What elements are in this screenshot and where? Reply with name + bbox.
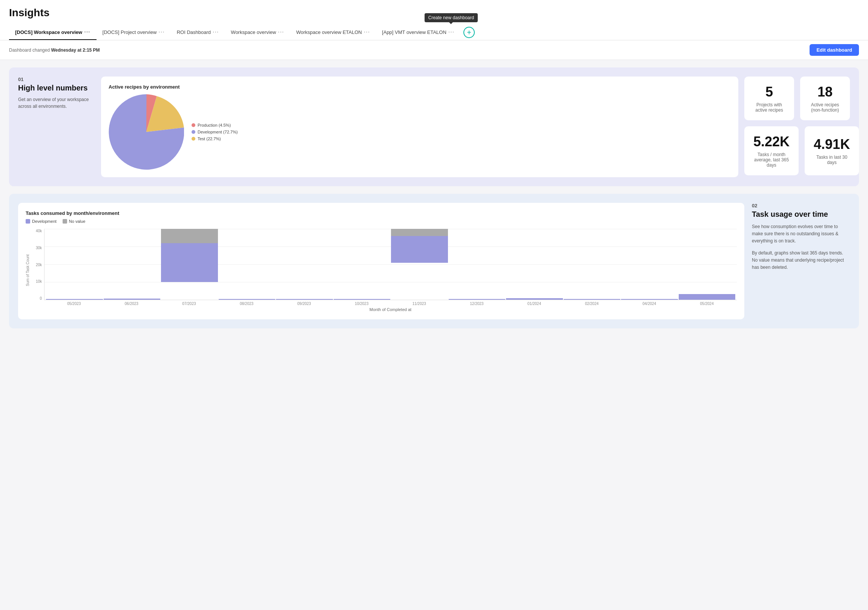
- tab-dots[interactable]: ···: [213, 29, 219, 36]
- bar-legend-color-noval: [63, 219, 67, 224]
- bar-group-09-2023: [276, 229, 333, 300]
- x-labels: 05/2023 06/2023 07/2023 08/2023 09/2023 …: [44, 300, 737, 306]
- section2-info: 02 Task usage over time See how consumpt…: [752, 203, 850, 319]
- y-label-30k: 30k: [31, 246, 44, 250]
- y-label-0: 0: [31, 296, 44, 300]
- bar-dev-05-2024: [679, 294, 736, 300]
- app-title: Insights: [9, 7, 859, 19]
- legend-item-test: Test (22.7%): [192, 136, 237, 141]
- stat-card-active-recipes: 18 Active recipes (non-function): [800, 76, 850, 120]
- tab-workspace[interactable]: Workspace overview ···: [225, 25, 290, 40]
- legend-color-production: [192, 123, 195, 127]
- tab-docs-workspace[interactable]: [DOCS] Workspace overview ···: [9, 25, 96, 40]
- x-label-05-2023: 05/2023: [46, 300, 102, 306]
- y-label-20k: 20k: [31, 263, 44, 267]
- bar-group-10-2023: [334, 229, 391, 300]
- section1-title: High level numbers: [18, 84, 93, 92]
- stat-value-projects: 5: [766, 84, 773, 100]
- bar-group-04-2024: [621, 229, 678, 300]
- stat-card-tasks-30: 4.91K Tasks in last 30 days: [804, 126, 859, 175]
- stats-row-2: 5.22K Tasks / month average, last 365 da…: [744, 126, 850, 175]
- pie-chart-title: Active recipes by environment: [108, 84, 731, 90]
- tab-label: [DOCS] Workspace overview: [15, 29, 82, 35]
- bar-group-01-2024: [506, 229, 563, 300]
- x-label-04-2024: 04/2024: [621, 300, 678, 306]
- tab-dots[interactable]: ···: [84, 29, 90, 36]
- bar-group-12-2023: [449, 229, 506, 300]
- pie-container: Production (4.5%) Development (72.7%) Te…: [108, 94, 731, 170]
- x-label-12-2023: 12/2023: [448, 300, 505, 306]
- pie-chart-svg: [108, 94, 184, 170]
- tab-dots[interactable]: ···: [158, 29, 164, 36]
- y-label-40k: 40k: [31, 229, 44, 233]
- bar-dev-06-2023: [104, 299, 161, 300]
- tab-label: [DOCS] Project overview: [102, 29, 157, 35]
- bar-dev-12-2023: [449, 299, 506, 300]
- x-label-09-2023: 09/2023: [276, 300, 333, 306]
- bar-group-05-2023: [46, 229, 103, 300]
- tab-roi[interactable]: ROI Dashboard ···: [171, 25, 225, 40]
- bar-group-02-2024: [564, 229, 621, 300]
- legend-label-production: Production (4.5%): [198, 123, 231, 127]
- x-label-10-2023: 10/2023: [333, 300, 390, 306]
- tab-dots[interactable]: ···: [364, 29, 370, 36]
- tab-vmt[interactable]: [App] VMT overview ETALON ···: [376, 25, 460, 40]
- tab-dots[interactable]: ···: [448, 29, 454, 36]
- y-axis: 40k 30k 20k 10k 0: [31, 229, 44, 312]
- bar-noval-07-2023: [161, 229, 218, 243]
- top-bar: Insights [DOCS] Workspace overview ··· […: [0, 0, 868, 40]
- x-label-08-2023: 08/2023: [218, 300, 275, 306]
- legend-color-test: [192, 137, 195, 141]
- section2-number: 02: [752, 203, 850, 209]
- tab-docs-project[interactable]: [DOCS] Project overview ···: [96, 25, 171, 40]
- x-label-02-2024: 02/2024: [563, 300, 620, 306]
- bar-legend-label-noval: No value: [69, 219, 85, 224]
- tab-label: [App] VMT overview ETALON: [382, 29, 446, 35]
- y-axis-title: Sum of Task Count: [26, 229, 31, 312]
- section1-info: 01 High level numbers Get an overview of…: [18, 76, 93, 177]
- bar-group-07-2023: [161, 229, 218, 300]
- bar-dev-08-2023: [219, 299, 276, 300]
- tab-label: Workspace overview ETALON: [296, 29, 362, 35]
- section2-card: Tasks consumed by month/environment Deve…: [9, 194, 859, 328]
- stat-label-tasks-30: Tasks in last 30 days: [814, 155, 850, 165]
- bar-dev-05-2023: [46, 299, 103, 300]
- bar-dev-02-2024: [564, 299, 621, 300]
- chart-wrapper: Sum of Task Count 40k 30k 20k 10k 0: [26, 229, 737, 312]
- x-axis-title: Month of Completed at: [44, 307, 737, 312]
- stat-value-tasks-30: 4.91K: [814, 136, 850, 152]
- pie-legend: Production (4.5%) Development (72.7%) Te…: [192, 123, 237, 141]
- section2-desc2: By default, graphs show last 365 days tr…: [752, 249, 850, 271]
- stat-value-active-recipes: 18: [817, 84, 832, 100]
- bar-group-08-2023: [219, 229, 276, 300]
- bar-legend-color-dev: [26, 219, 30, 224]
- bar-legend: Development No value: [26, 219, 737, 224]
- tab-dots[interactable]: ···: [278, 29, 284, 36]
- bar-dev-07-2023: [161, 243, 218, 282]
- bar-legend-noval: No value: [63, 219, 85, 224]
- stat-label-projects: Projects with active recipes: [753, 102, 785, 113]
- section1-card: 01 High level numbers Get an overview of…: [9, 68, 859, 186]
- tabs-row: [DOCS] Workspace overview ··· [DOCS] Pro…: [9, 25, 859, 40]
- x-label-07-2023: 07/2023: [161, 300, 217, 306]
- stats-row-1: 5 Projects with active recipes 18 Active…: [744, 76, 850, 120]
- chart-inner: 05/2023 06/2023 07/2023 08/2023 09/2023 …: [44, 229, 737, 312]
- bar-dev-09-2023: [276, 299, 333, 300]
- bar-dev-01-2024: [506, 298, 563, 300]
- legend-label-test: Test (22.7%): [198, 136, 221, 141]
- legend-item-production: Production (4.5%): [192, 123, 237, 127]
- x-label-06-2023: 06/2023: [103, 300, 160, 306]
- bar-chart-card: Tasks consumed by month/environment Deve…: [18, 203, 744, 319]
- charts-area: Active recipes by environment: [101, 76, 850, 177]
- tab-label: ROI Dashboard: [177, 29, 211, 35]
- tab-label: Workspace overview: [231, 29, 276, 35]
- chart-plot: [44, 229, 737, 300]
- x-label-11-2023: 11/2023: [391, 300, 448, 306]
- add-tab-button[interactable]: + Create new dashboard: [463, 27, 475, 38]
- section1-desc: Get an overview of your workspace across…: [18, 96, 93, 110]
- dashboard-changed-text: Dashboard changed Wednesday at 2:15 PM: [9, 48, 100, 53]
- tab-workspace-etalon[interactable]: Workspace overview ETALON ···: [290, 25, 376, 40]
- edit-dashboard-button[interactable]: Edit dashboard: [809, 44, 859, 56]
- plus-icon: +: [467, 28, 471, 37]
- bar-dev-04-2024: [621, 299, 678, 300]
